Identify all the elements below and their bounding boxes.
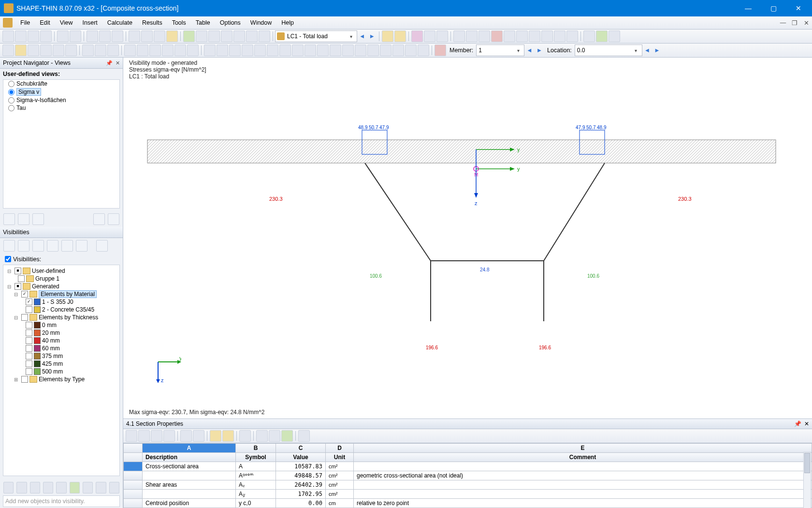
tb-grid6[interactable] (246, 30, 258, 42)
vis-b3[interactable] (32, 240, 44, 252)
tb-misc1[interactable] (453, 30, 465, 42)
menu-options[interactable]: Options (215, 18, 246, 28)
menu-table[interactable]: Table (191, 18, 215, 28)
menu-file[interactable]: File (15, 18, 35, 28)
tree-mat1[interactable]: 1 - S 355 J0 (42, 299, 73, 305)
radio-tau[interactable]: Tau (3, 104, 119, 112)
bb3[interactable] (30, 482, 40, 493)
radio-sigmav[interactable]: Sigma v (3, 88, 119, 96)
tb-s8[interactable] (292, 45, 304, 56)
tb-s7[interactable] (279, 45, 291, 56)
tb-view3[interactable] (154, 30, 165, 42)
tb-s12[interactable] (342, 45, 354, 56)
tt10[interactable] (256, 430, 268, 442)
tt2[interactable] (138, 430, 150, 442)
tb-misc9[interactable] (554, 30, 566, 42)
tb-d10[interactable] (124, 45, 136, 56)
tb-d7[interactable] (82, 45, 94, 56)
tt4[interactable] (163, 430, 175, 442)
tb-save[interactable] (28, 30, 39, 42)
tb-s14[interactable] (367, 45, 379, 56)
tb-s6[interactable] (267, 45, 278, 56)
bb2[interactable] (16, 482, 27, 493)
vis-b4[interactable] (47, 240, 58, 252)
radio-schub[interactable]: Schubkräfte (3, 80, 119, 88)
mdi-minimize[interactable]: — (777, 19, 789, 27)
tb-d3[interactable] (28, 45, 39, 56)
pin-icon[interactable]: 📌 (794, 420, 801, 427)
tb-grid4[interactable] (221, 30, 232, 42)
tb-cut[interactable] (87, 30, 98, 42)
bb7[interactable] (83, 482, 93, 493)
tree-mat2[interactable]: 2 - Concrete C35/45 (42, 306, 94, 313)
tb-grid3[interactable] (208, 30, 220, 42)
properties-table[interactable]: A B C D E Description Symbol Value Unit … (123, 443, 812, 508)
bb8[interactable] (96, 482, 106, 493)
bb5[interactable] (56, 482, 66, 493)
loadcase-combo[interactable]: LC1 - Total load ▾ (275, 30, 357, 42)
tb-d15[interactable] (187, 45, 199, 56)
menu-edit[interactable]: Edit (35, 18, 55, 28)
menu-tools[interactable]: Tools (167, 18, 191, 28)
tb-s15[interactable] (380, 45, 392, 56)
menu-window[interactable]: Window (246, 18, 276, 28)
loc-next[interactable]: ► (654, 47, 660, 54)
tb-new[interactable] (2, 30, 14, 42)
menu-calculate[interactable]: Calculate (102, 18, 137, 28)
vis-b1[interactable] (3, 240, 15, 252)
tb-zoom3[interactable] (609, 30, 620, 42)
tb-d14[interactable] (174, 45, 186, 56)
tree-bymat[interactable]: Elements by Material (39, 290, 97, 298)
tb-s2[interactable] (217, 45, 228, 56)
tb-layers[interactable] (166, 30, 178, 42)
tb-s17[interactable] (405, 45, 417, 56)
tb-res1[interactable] (382, 30, 393, 42)
tb-s18[interactable] (418, 45, 429, 56)
tb-misc3[interactable] (478, 30, 490, 42)
menu-view[interactable]: View (55, 18, 78, 28)
tree[interactable]: ⊟■User-defined Gruppe 1 ⊟■Generated ⊟✓El… (3, 265, 120, 476)
tb-misc7[interactable] (529, 30, 540, 42)
pin-icon[interactable]: 📌 (106, 60, 113, 66)
tt6[interactable] (193, 430, 204, 442)
location-combo[interactable]: 0.0 ▾ (575, 45, 642, 56)
tree-t375[interactable]: 375 mm (42, 353, 63, 359)
loc-prev[interactable]: ◄ (644, 47, 650, 54)
tb-d2[interactable] (15, 45, 27, 56)
tt9[interactable] (239, 430, 251, 442)
add-visibility-input[interactable]: Add new objects into visibility. (3, 495, 120, 507)
tb-s5[interactable] (254, 45, 266, 56)
tt8[interactable] (222, 430, 234, 442)
tb-open[interactable] (15, 30, 27, 42)
vis-b6[interactable] (76, 240, 87, 252)
tt3[interactable] (151, 430, 162, 442)
tree-t500[interactable]: 500 mm (42, 368, 63, 375)
bb4[interactable] (43, 482, 53, 493)
minimize-button[interactable]: — (736, 0, 761, 16)
tree-userdef[interactable]: User-defined (32, 268, 65, 274)
member-prev[interactable]: ◄ (526, 47, 532, 54)
tb-d1[interactable] (2, 45, 14, 56)
vis-b2[interactable] (18, 240, 29, 252)
tb-s10[interactable] (317, 45, 329, 56)
tb-d4[interactable] (40, 45, 52, 56)
tb-paste[interactable] (112, 30, 123, 42)
tb-s11[interactable] (330, 45, 341, 56)
tree-t40[interactable]: 40 mm (42, 337, 60, 344)
tb-misc2[interactable] (466, 30, 478, 42)
bb9[interactable] (109, 482, 119, 493)
close-icon[interactable]: ✕ (804, 420, 809, 427)
tb-d12[interactable] (149, 45, 161, 56)
tb-misc10[interactable] (566, 30, 578, 42)
tree-generated[interactable]: Generated (32, 283, 59, 290)
mdi-close[interactable]: ✕ (800, 19, 812, 27)
tb-d8[interactable] (95, 45, 106, 56)
nav-delete[interactable] (108, 213, 119, 225)
vis-b7[interactable] (96, 240, 108, 252)
member-next[interactable]: ► (536, 47, 542, 54)
menu-results[interactable]: Results (137, 18, 167, 28)
tb-calc3[interactable] (436, 30, 448, 42)
tb-d11[interactable] (137, 45, 148, 56)
table-scrollbar[interactable] (803, 452, 811, 508)
tt12[interactable] (298, 430, 310, 442)
